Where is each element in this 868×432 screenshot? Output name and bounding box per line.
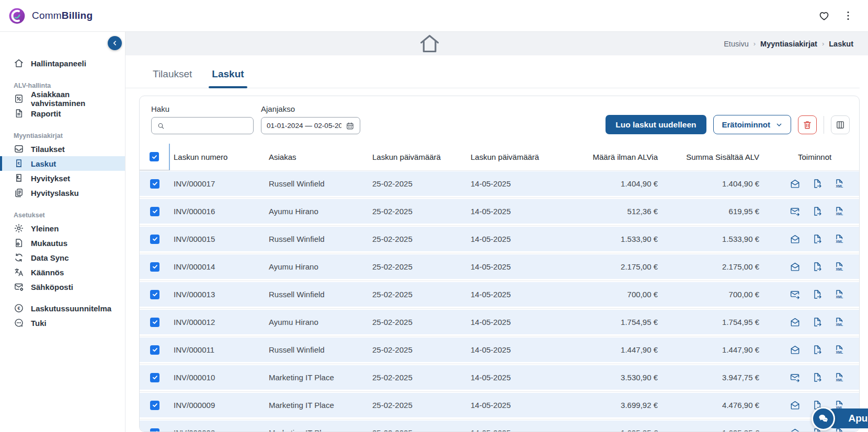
file-xml-icon[interactable]: XML — [833, 317, 844, 328]
mail-send-icon[interactable] — [790, 372, 801, 383]
mail-open-icon[interactable] — [790, 233, 801, 244]
sidebar-item-yleinen[interactable]: Yleinen — [0, 221, 125, 236]
favorites-button[interactable] — [818, 9, 830, 22]
batch-actions-button[interactable]: Erätoiminnot — [713, 115, 792, 134]
svg-text:XML: XML — [836, 323, 843, 326]
file-xml-icon[interactable]: XML — [833, 372, 844, 383]
mail-send-icon[interactable] — [790, 206, 801, 217]
cell-due-date: 14-05-2025 — [466, 373, 576, 382]
sidebar-item-label: Raportit — [31, 109, 61, 118]
row-checkbox[interactable] — [150, 290, 159, 299]
cell-invoice-date: 25-02-2025 — [368, 373, 466, 382]
column-header-laskun-numero[interactable]: Laskun numero — [170, 153, 266, 161]
file-export-icon[interactable] — [812, 289, 823, 300]
sidebar-item-tilaukset[interactable]: Tilaukset — [0, 142, 125, 156]
sidebar-item-label: Yleinen — [31, 224, 59, 233]
cell-gross-amount: 1.533,90 € — [660, 235, 761, 243]
file-xml-icon[interactable]: XML — [833, 289, 844, 300]
mail-open-icon[interactable] — [790, 344, 801, 355]
column-header-asiakas[interactable]: Asiakas — [266, 153, 368, 161]
row-checkbox[interactable] — [150, 179, 159, 189]
mail-open-icon[interactable] — [790, 427, 801, 432]
cell-net-amount: 2.175,00 € — [576, 262, 660, 271]
svg-text:XML: XML — [836, 240, 843, 243]
row-checkbox[interactable] — [150, 318, 159, 327]
cell-due-date: 14-05-2025 — [466, 290, 576, 299]
date-range-field: Ajanjakso 01-01-2024 — 02-05-202 — [261, 104, 360, 134]
sidebar-item-asiakkaan-vahvistaminen[interactable]: Asiakkaan vahvistaminen — [0, 91, 125, 106]
search-field: Haku — [151, 104, 254, 134]
column-header-summa-sisaltaa-alv[interactable]: Summa Sisältää ALV — [660, 153, 761, 161]
sidebar-item-mukautus[interactable]: Mukautus — [0, 236, 125, 250]
file-xml-icon[interactable]: XML — [833, 261, 844, 272]
mail-open-icon[interactable] — [790, 261, 801, 272]
select-all-checkbox[interactable] — [150, 152, 159, 161]
sidebar-item-raportit[interactable]: Raportit — [0, 106, 125, 121]
search-input[interactable] — [169, 122, 248, 130]
cell-gross-amount: 619,95 € — [660, 207, 761, 216]
row-checkbox[interactable] — [150, 235, 159, 244]
row-checkbox[interactable] — [150, 373, 159, 382]
file-export-icon[interactable] — [812, 206, 823, 217]
table-body: INV/000017Russell Winfield25-02-202514-0… — [140, 171, 859, 432]
column-header-maara-ilman-alvia[interactable]: Määrä ilman ALVia — [576, 153, 660, 161]
mail-send-icon[interactable] — [790, 289, 801, 300]
file-xml-icon[interactable]: XML — [833, 178, 844, 189]
sidebar-item-kaannos[interactable]: Käännös — [0, 265, 125, 279]
chat-launcher-button[interactable] — [812, 407, 835, 430]
row-checkbox[interactable] — [150, 401, 159, 410]
cell-gross-amount: 1.754,95 € — [660, 318, 761, 326]
tab-laskut[interactable]: Laskut — [212, 68, 244, 88]
file-export-icon[interactable] — [812, 233, 823, 244]
sidebar-item-hyvitykset[interactable]: Hyvitykset — [0, 171, 125, 185]
regenerate-invoices-button[interactable]: Luo laskut uudelleen — [606, 115, 706, 134]
row-actions: XML — [761, 178, 859, 189]
sidebar-item-laskutussuunnitelma[interactable]: €Laskutussuunnitelma — [0, 301, 125, 316]
cell-gross-amount: 1.404,90 € — [660, 179, 761, 188]
sidebar-item-data-sync[interactable]: Data Sync — [0, 250, 125, 265]
row-actions: XML — [761, 206, 859, 217]
sidebar-item-hallintapaneeli[interactable]: Hallintapaneeli — [0, 56, 125, 71]
chevron-down-icon — [775, 121, 783, 129]
sidebar-item-tuki[interactable]: Tuki — [0, 316, 125, 330]
invoice-list-card: Haku Ajanjakso 01-01-2024 — 02-05-202 Lu… — [139, 96, 860, 432]
file-export-icon[interactable] — [812, 344, 823, 355]
svg-text:XML: XML — [836, 351, 843, 354]
mail-open-icon[interactable] — [790, 317, 801, 328]
home-icon — [14, 58, 24, 68]
mail-open-icon[interactable] — [790, 178, 801, 189]
sidebar-item-laskut[interactable]: €Laskut — [0, 156, 125, 171]
cell-net-amount: 1.533,90 € — [576, 235, 660, 243]
file-xml-icon[interactable]: XML — [833, 344, 844, 355]
file-export-icon[interactable] — [812, 372, 823, 383]
column-header-laskun-paivamaara-1[interactable]: Laskun päivämäärä — [368, 153, 466, 161]
column-settings-button[interactable] — [831, 115, 850, 134]
row-checkbox[interactable] — [150, 207, 159, 216]
date-range-input[interactable]: 01-01-2024 — 02-05-202 — [261, 117, 360, 134]
row-checkbox[interactable] — [150, 262, 159, 272]
cell-customer: Marketing IT Place — [266, 401, 368, 410]
cell-customer: Ayumu Hirano — [266, 318, 368, 326]
delete-button[interactable] — [798, 115, 817, 134]
breadcrumb-item-etusivu[interactable]: Etusivu — [724, 40, 749, 48]
file-xml-icon[interactable]: XML — [833, 206, 844, 217]
sidebar-item-label: Hallintapaneeli — [31, 59, 86, 68]
mail-open-icon[interactable] — [790, 400, 801, 411]
sidebar-collapse-button[interactable] — [108, 36, 122, 50]
column-header-laskun-paivamaara-2[interactable]: Laskun päivämäärä — [466, 153, 576, 161]
overflow-menu-button[interactable] — [842, 9, 854, 22]
tab-tilaukset[interactable]: Tilaukset — [153, 68, 192, 88]
breadcrumb-item-myyntiasiakirjat[interactable]: Myyntiasiakirjat — [760, 40, 817, 48]
column-header-toiminnot: Toiminnot — [761, 153, 859, 161]
app-logo[interactable]: CommBilling — [8, 7, 93, 25]
support-icon — [14, 318, 24, 328]
row-checkbox[interactable] — [150, 428, 159, 432]
filter-row: Haku Ajanjakso 01-01-2024 — 02-05-202 Lu… — [140, 96, 859, 144]
file-export-icon[interactable] — [812, 317, 823, 328]
file-xml-icon[interactable]: XML — [833, 233, 844, 244]
file-export-icon[interactable] — [812, 178, 823, 189]
file-export-icon[interactable] — [812, 261, 823, 272]
sidebar-item-sahkoposti[interactable]: Sähköposti — [0, 279, 125, 294]
sidebar-item-hyvityslasku[interactable]: Hyvityslasku — [0, 185, 125, 200]
row-checkbox[interactable] — [150, 345, 159, 355]
